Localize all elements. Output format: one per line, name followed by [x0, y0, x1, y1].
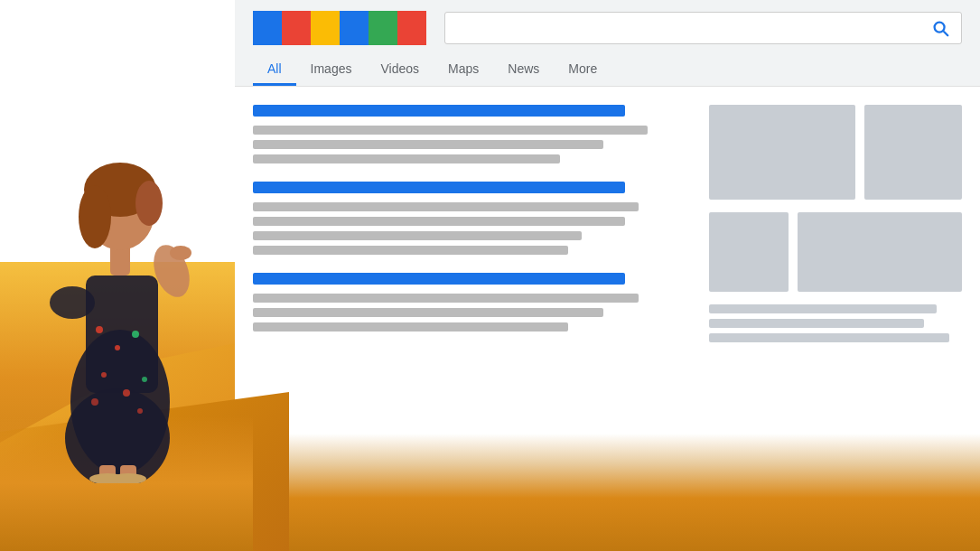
svg-point-20 — [91, 398, 98, 406]
tab-videos[interactable]: Videos — [366, 54, 434, 86]
tab-maps[interactable]: Maps — [434, 54, 493, 86]
result-line-1-2 — [253, 140, 603, 149]
svg-point-14 — [96, 326, 103, 333]
result-line-3-2 — [253, 308, 603, 317]
svg-point-19 — [142, 377, 147, 382]
woman-figure — [14, 23, 230, 483]
result-line-2-2 — [253, 217, 625, 226]
svg-point-21 — [137, 408, 143, 414]
search-button[interactable] — [930, 18, 950, 38]
right-line-2 — [709, 319, 924, 328]
sand-overlay-right — [235, 434, 980, 551]
image-row-top — [709, 105, 962, 200]
image-placeholder-small[interactable] — [864, 105, 962, 200]
result-block-1 — [253, 105, 691, 163]
tab-all[interactable]: All — [253, 54, 296, 86]
search-icon — [930, 18, 950, 38]
svg-point-1 — [65, 388, 170, 483]
result-line-3-3 — [253, 322, 568, 332]
result-line-1-1 — [253, 126, 648, 135]
svg-point-16 — [132, 331, 139, 338]
image-placeholder-sq2[interactable] — [798, 212, 962, 292]
logo-block-blue — [253, 11, 282, 45]
logo-block-red — [282, 11, 311, 45]
tab-images[interactable]: Images — [296, 54, 367, 86]
tab-news[interactable]: News — [493, 54, 554, 86]
svg-point-17 — [101, 372, 107, 378]
search-top-row — [253, 11, 962, 45]
result-title-2[interactable] — [253, 182, 625, 193]
svg-point-9 — [135, 181, 163, 226]
result-line-3-1 — [253, 294, 639, 303]
result-block-3 — [253, 273, 691, 332]
result-line-1-3 — [253, 154, 560, 163]
image-placeholder-large[interactable] — [709, 105, 855, 200]
result-title-3[interactable] — [253, 273, 625, 285]
result-line-2-1 — [253, 202, 639, 211]
right-line-3 — [709, 333, 949, 342]
svg-point-3 — [50, 286, 95, 319]
logo-block-blue2 — [340, 11, 369, 45]
search-bar[interactable] — [444, 12, 962, 44]
result-block-2 — [253, 182, 691, 255]
svg-point-18 — [123, 389, 130, 397]
svg-point-22 — [170, 246, 191, 260]
image-placeholder-sq1[interactable] — [709, 212, 789, 292]
logo-block-red2 — [397, 11, 426, 45]
result-title-1[interactable] — [253, 105, 625, 117]
right-lines-top — [709, 304, 962, 342]
logo-block-yellow — [311, 11, 340, 45]
svg-point-8 — [79, 185, 111, 248]
search-tabs: All Images Videos Maps News More — [253, 54, 962, 86]
result-line-2-4 — [253, 246, 568, 255]
search-input[interactable] — [456, 20, 923, 36]
right-line-1 — [709, 304, 937, 313]
result-line-2-3 — [253, 231, 582, 240]
svg-point-15 — [115, 345, 120, 350]
svg-rect-2 — [86, 276, 158, 393]
image-row-bottom — [709, 212, 962, 292]
logo-block-green — [369, 11, 397, 45]
search-header: All Images Videos Maps News More — [235, 0, 980, 87]
tab-more[interactable]: More — [554, 54, 611, 86]
logo-blocks — [253, 11, 426, 45]
